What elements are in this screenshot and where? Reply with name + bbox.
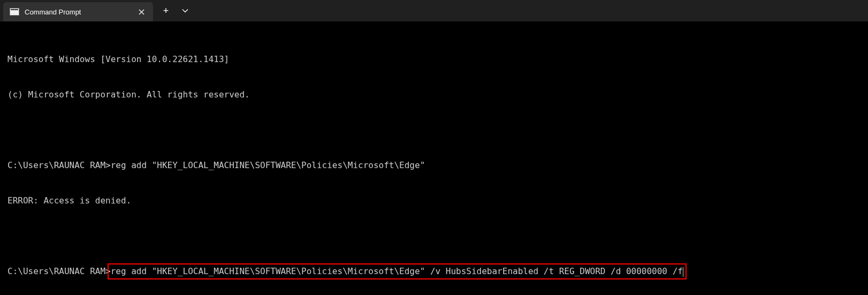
new-tab-button[interactable]: +: [157, 2, 174, 19]
command-line-2: C:\Users\RAUNAC RAM>reg add "HKEY_LOCAL_…: [7, 266, 861, 277]
blank-line-2: [7, 230, 861, 242]
cmd-icon: [10, 8, 19, 16]
tab-title: Command Prompt: [25, 8, 131, 16]
title-bar-controls: +: [153, 2, 194, 19]
highlighted-command: reg add "HKEY_LOCAL_MACHINE\SOFTWARE\Pol…: [108, 263, 687, 279]
prompt-1: C:\Users\RAUNAC RAM>: [7, 160, 111, 170]
title-bar: Command Prompt +: [0, 0, 868, 21]
prompt-2: C:\Users\RAUNAC RAM>: [7, 266, 111, 277]
tab-dropdown-button[interactable]: [177, 2, 194, 19]
copyright-line: (c) Microsoft Corporation. All rights re…: [7, 89, 861, 101]
terminal-output[interactable]: Microsoft Windows [Version 10.0.22621.14…: [0, 21, 868, 295]
text-cursor: [683, 267, 683, 277]
command-line-1: C:\Users\RAUNAC RAM>reg add "HKEY_LOCAL_…: [7, 160, 861, 171]
error-line: ERROR: Access is denied.: [7, 195, 861, 207]
tab-command-prompt[interactable]: Command Prompt: [3, 2, 153, 21]
version-line: Microsoft Windows [Version 10.0.22621.14…: [7, 54, 861, 65]
command-1: reg add "HKEY_LOCAL_MACHINE\SOFTWARE\Pol…: [111, 160, 425, 170]
command-2: reg add "HKEY_LOCAL_MACHINE\SOFTWARE\Pol…: [111, 266, 683, 276]
blank-line: [7, 124, 861, 136]
close-tab-button[interactable]: [136, 6, 147, 17]
